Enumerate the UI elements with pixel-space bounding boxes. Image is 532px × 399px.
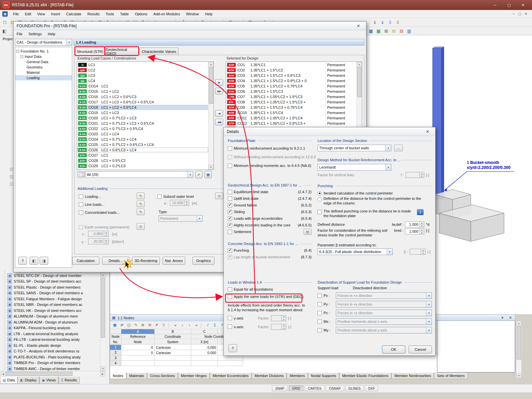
earth-depth-input[interactable]: 0.850: [88, 231, 109, 237]
table-tab-sets-of-members[interactable]: Sets of Members: [434, 373, 467, 379]
table-filter-icon[interactable]: ⊟: [398, 27, 405, 35]
child-close-icon[interactable]: ✕: [525, 12, 527, 16]
load-row-co24[interactable]: S ChCO24LC1 + 0.7*LC2 + LC4: [77, 137, 208, 142]
export-report-icon[interactable]: ⇩: [386, 19, 394, 26]
checkbox[interactable]: [228, 316, 232, 320]
scroll-left-icon[interactable]: [1, 371, 6, 376]
load-row-co17[interactable]: S ChCO17LC1 + LC2 + 0.6*LC3 + 0.5*LC4: [77, 99, 208, 105]
help-button[interactable]: ?: [228, 344, 237, 352]
equal-loads-row[interactable]: Equal for all foundations: [228, 286, 312, 293]
status-glines[interactable]: GLINES: [345, 385, 364, 391]
loading-checkbox[interactable]: [79, 195, 83, 199]
foundation-plate-row[interactable]: Minimum reinforcement according to 9.2.1…: [228, 144, 312, 153]
subsoil-water-row[interactable]: Subsoil water level: [157, 194, 194, 200]
transfer-remove-button[interactable]: ◀: [215, 110, 223, 117]
concrete-row[interactable]: Punching(6.4): [228, 247, 312, 254]
load-row-lc1[interactable]: GLC1: [77, 62, 208, 67]
check-entries-icon[interactable]: ✓: [204, 322, 211, 329]
tree-item-geometry[interactable]: Geometry: [15, 65, 72, 70]
tree-collapse-icon[interactable]: −: [10, 183, 13, 186]
help-button[interactable]: ?: [18, 257, 27, 265]
geotechnical-row[interactable]: Loads with large eccentricities(6.5.4): [228, 215, 312, 222]
load-row-co27[interactable]: S FrCO27LC1: [77, 153, 208, 158]
dialog-titlebar[interactable]: Details ✕: [224, 127, 435, 136]
column-header-C[interactable]: C: [191, 329, 218, 334]
kred-input[interactable]: 1.000: [405, 228, 424, 234]
transfer-add-all-button[interactable]: ▶▶: [215, 88, 223, 94]
foundation-menu-help[interactable]: Help: [45, 30, 58, 38]
edit-loading-button[interactable]: ✎: [137, 193, 145, 199]
load-row-co14[interactable]: S ChCO14LC1: [77, 83, 208, 89]
design-row-co10[interactable]: STRCO101.35*LC1 + 1.5*LC4Permanent: [226, 110, 357, 115]
close-icon[interactable]: ✕: [354, 23, 363, 29]
existing-load-list[interactable]: GLC1QiALC2QwLC3QsLC4S ChCO14LC1S ChCO15L…: [77, 62, 214, 170]
module-item[interactable]: ▦ALUMINUM ADM - Design of aluminum: [7, 319, 100, 325]
button-nat-annex[interactable]: Nat. Annex: [163, 257, 185, 265]
module-item[interactable]: ▦STEEL NBR - Design of steel members ac: [7, 302, 100, 308]
load-row-lc3[interactable]: QwLC3: [77, 73, 208, 78]
dock-scrollbar[interactable]: [516, 321, 521, 378]
tree-collapse-icon[interactable]: −: [16, 50, 19, 53]
load-row-co28[interactable]: S FrCO28LC1 + 0.5*LC2: [77, 158, 208, 163]
load-filter-combo[interactable]: All (29): [77, 171, 193, 178]
dock-right-button[interactable]: ◨: [40, 257, 48, 265]
pin-icon[interactable]: ▾: [500, 316, 505, 320]
module-item[interactable]: ▦FE-LTB - Lateral-torsional buckling ana…: [7, 337, 100, 342]
axis-row-y-axis[interactable]: y-axisFactor:[-]: [228, 314, 312, 323]
cell[interactable]: [121, 355, 155, 361]
settlement-settings-button[interactable]: ▤: [304, 229, 312, 235]
factor-input[interactable]: [271, 324, 286, 330]
spinner-arrows[interactable]: [419, 172, 424, 178]
earth-covering-row[interactable]: Earth covering (permanent): [79, 224, 129, 230]
geotechnical-row[interactable]: Uplift limit state(2.4.7.4): [228, 195, 312, 202]
cell[interactable]: [155, 361, 191, 366]
status-dxf[interactable]: DXF: [365, 385, 378, 391]
design-row-co9[interactable]: STRCO91.35*LC1 + 1.5*LC3 + 0.75*LC4Perma…: [226, 105, 357, 110]
combination-table-button[interactable]: ▦: [204, 171, 212, 178]
menu-calculate[interactable]: Calculate: [63, 10, 84, 18]
module-item[interactable]: ▦TIMBER AWC - Design of timber membe: [7, 366, 100, 371]
checkbox[interactable]: [228, 164, 232, 168]
support-row-px[interactable]: Px :Forces in +x direction: [318, 291, 432, 300]
tab-characteristic-values[interactable]: Characteristic Values: [139, 48, 179, 55]
export-dxf-icon[interactable]: ⇩: [394, 19, 402, 26]
menu-view[interactable]: View: [34, 10, 48, 18]
scroll-down-icon[interactable]: [208, 165, 213, 170]
design-row-co5[interactable]: STRCO51.35*LC1 + 1.5*LC2 + 0.75*LC4Perma…: [226, 83, 357, 89]
load-row-co22[interactable]: S ChCO22LC1 + 0.7*LC3 + 0.5*LC4: [77, 126, 208, 131]
spinner-arrows[interactable]: [281, 324, 286, 330]
line-loads-checkbox[interactable]: [79, 202, 83, 207]
sync-graphic-icon[interactable]: ⇄: [118, 322, 125, 329]
design-row-co2[interactable]: STRCO21.35*LC1 + 1.5*LC2Permanent: [226, 67, 357, 73]
module-item[interactable]: ▦TIMBER Pro - Design of timber members: [7, 360, 100, 366]
design-row-co6[interactable]: STRCO61.35*LC1 + 1.5*LC3Permanent: [226, 89, 357, 94]
menu-results[interactable]: Results: [84, 10, 103, 18]
tree-expand-icon[interactable]: +: [10, 175, 13, 178]
view-mode-icon[interactable]: ◫: [125, 322, 132, 329]
subsoil-water-checkbox[interactable]: [157, 195, 162, 199]
checkbox[interactable]: [228, 210, 232, 214]
cell[interactable]: 0.000: [191, 350, 218, 355]
checkbox[interactable]: [318, 328, 322, 332]
direction-combo[interactable]: Forces in +z direction: [336, 310, 432, 316]
foundation-menu-settings[interactable]: Settings: [26, 30, 45, 38]
load-row-co15[interactable]: S ChCO15LC1 + LC2: [77, 89, 208, 94]
design-row-co7[interactable]: STRCO71.35*LC1 + 1.05*LC2 + 1.5*LC3Perma…: [226, 94, 357, 99]
load-row-lc4[interactable]: QsLC4: [77, 78, 208, 83]
module-item[interactable]: ▦STEEL Plastic - Design of steel members: [7, 284, 100, 290]
load-row-co20[interactable]: S ChCO20LC1 + 0.7*LC2 + LC3: [77, 115, 208, 121]
spinner-arrows[interactable]: [421, 249, 425, 254]
minimize-icon[interactable]: ─: [489, 2, 501, 8]
column-header-B[interactable]: B: [155, 329, 191, 334]
apply-same-loads-row[interactable]: Apply the same loads for (STR) and (GEO): [228, 293, 312, 300]
row-header[interactable]: 1: [110, 345, 121, 350]
load-row-co26[interactable]: S ChCO26LC1 + 0.6*LC3 + LC4: [77, 147, 208, 153]
axis-row-x-axis[interactable]: x-axisFactor:[-]: [228, 323, 312, 331]
load-row-co29[interactable]: S FrCO29LC1 + 0.2*LC3: [77, 163, 208, 169]
module-item[interactable]: ▦STEEL NTC-DF - Design of steel member: [7, 273, 100, 278]
load-row-co18[interactable]: S ChCO18LC1 + LC2 + 0.5*LC4: [77, 105, 208, 110]
checkbox[interactable]: [228, 216, 232, 221]
button-calculation[interactable]: Calculation: [72, 257, 99, 265]
direction-combo[interactable]: Forces in +y direction: [336, 301, 432, 308]
direction-combo[interactable]: Forces in +x direction: [336, 292, 432, 299]
